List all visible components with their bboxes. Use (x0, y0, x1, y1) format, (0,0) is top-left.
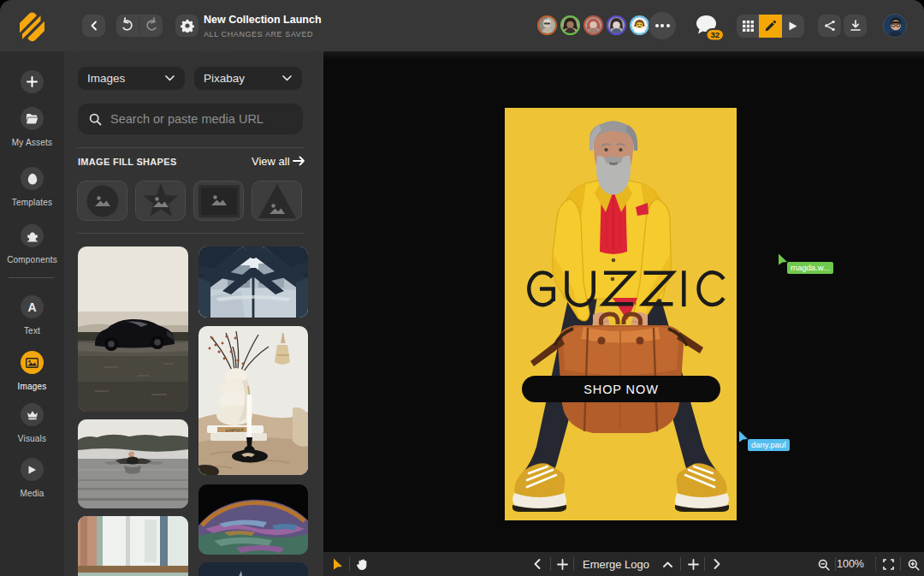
svg-text:SHOP NOW: SHOP NOW (583, 383, 659, 396)
svg-text:32: 32 (711, 30, 720, 39)
